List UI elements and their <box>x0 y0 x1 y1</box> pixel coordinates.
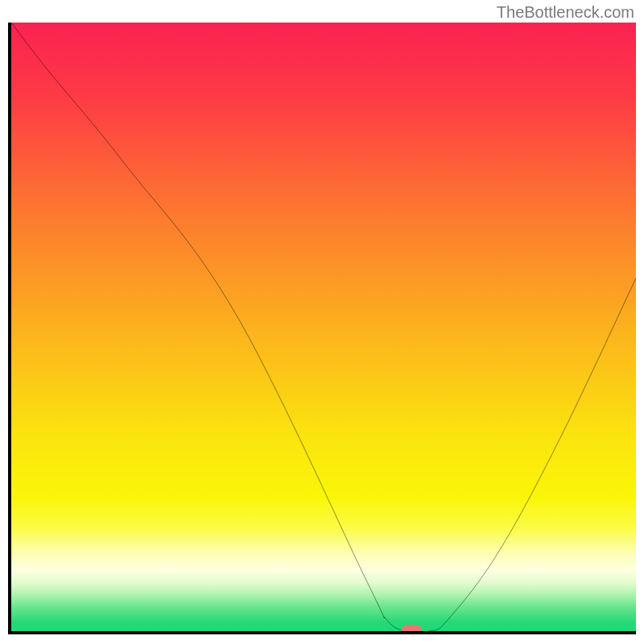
attribution-text: TheBottleneck.com <box>497 3 634 22</box>
chart-container <box>8 23 636 634</box>
bottleneck-curve <box>11 23 636 631</box>
plot-area <box>11 23 636 631</box>
x-axis <box>8 631 636 634</box>
optimal-point-marker <box>401 625 422 631</box>
